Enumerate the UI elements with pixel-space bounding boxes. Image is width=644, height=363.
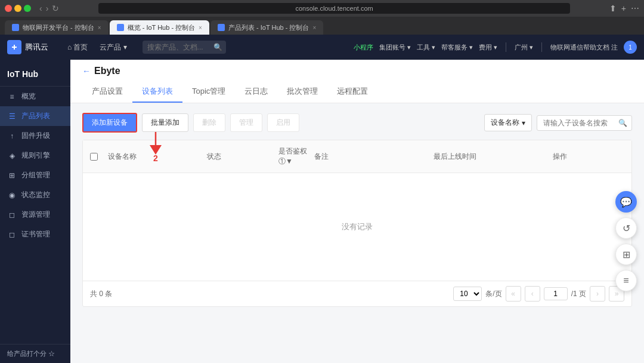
help-feature[interactable]: 帮客服务 ▾ bbox=[441, 43, 473, 52]
sidebar-item-firmware[interactable]: ↑ 固件升级 bbox=[0, 126, 70, 146]
content-area: 添加新设备 批量添加 删除 管理 启用 设备名称 ▾ 🔍 bbox=[70, 103, 644, 363]
sidebar-label-firmware: 固件升级 bbox=[21, 131, 50, 141]
new-tab-icon[interactable]: + bbox=[621, 4, 626, 13]
certs-icon: ◻ bbox=[7, 230, 17, 239]
menu-icon[interactable]: ⋯ bbox=[631, 4, 639, 13]
search-input[interactable] bbox=[537, 115, 632, 131]
tab-label-2: 产品列表 - IoT Hub - 控制台 bbox=[228, 23, 309, 32]
sidebar-item-certs[interactable]: ◻ 证书管理 bbox=[0, 224, 70, 244]
logo-icon bbox=[7, 40, 21, 54]
nav-cloud-products[interactable]: 云产品 ▾ bbox=[95, 40, 131, 55]
divider2 bbox=[541, 42, 542, 52]
maximize-button[interactable] bbox=[24, 5, 31, 12]
prev-page-button[interactable]: ‹ bbox=[525, 286, 540, 302]
tool-feature[interactable]: 工具 ▾ bbox=[417, 43, 435, 52]
batch-add-button[interactable]: 批量添加 bbox=[142, 113, 188, 132]
tab-close-0[interactable]: × bbox=[98, 24, 101, 31]
sidebar-item-overview[interactable]: ≡ 概览 bbox=[0, 87, 70, 106]
next-page-button[interactable]: › bbox=[590, 286, 605, 302]
checkbox-col[interactable] bbox=[90, 153, 108, 161]
refresh-button[interactable]: ↻ bbox=[52, 4, 59, 13]
nav-arrows: ‹ › ↻ bbox=[39, 4, 59, 13]
col-device-name: 设备名称 bbox=[108, 152, 207, 162]
tab-label-1: 概览 - IoT Hub - 控制台 bbox=[128, 23, 195, 32]
pagination: 10 条/页 « ‹ /1 页 › » bbox=[453, 286, 624, 302]
sidebar-item-products[interactable]: ☰ 产品列表 bbox=[0, 106, 70, 126]
sidebar-item-monitor[interactable]: ◉ 状态监控 bbox=[0, 185, 70, 205]
groups-icon: ⊞ bbox=[7, 171, 17, 180]
breadcrumb: ← Ebyte bbox=[82, 66, 632, 76]
toolbar: 添加新设备 批量添加 删除 管理 启用 设备名称 ▾ 🔍 bbox=[82, 113, 632, 133]
tab-favicon-1 bbox=[117, 24, 124, 31]
page-tabs: 产品设置 设备列表 Topic管理 云日志 批次管理 远程配置 bbox=[82, 81, 632, 103]
jisuanshiyun[interactable]: 集团账号 ▾ bbox=[379, 43, 411, 52]
browser-actions: ⬆ + ⋯ bbox=[609, 4, 639, 13]
chevron-down-icon: ▾ bbox=[522, 119, 525, 127]
tab-cloudlog[interactable]: 云日志 bbox=[235, 81, 277, 103]
sidebar-label-groups: 分组管理 bbox=[21, 170, 50, 180]
firmware-icon: ↑ bbox=[7, 132, 17, 140]
docs-link[interactable]: 物联网通信帮助文档 注 bbox=[550, 43, 618, 52]
menu-float-button[interactable]: ≡ bbox=[615, 270, 637, 291]
back-arrow[interactable]: ‹ bbox=[39, 4, 42, 13]
sidebar-label-products: 产品列表 bbox=[21, 111, 50, 121]
refresh-float-button[interactable]: ↺ bbox=[615, 217, 637, 239]
share-icon[interactable]: ⬆ bbox=[609, 4, 617, 13]
sidebar-item-rules[interactable]: ◈ 规则引擎 bbox=[0, 146, 70, 165]
minimize-button[interactable] bbox=[14, 5, 21, 12]
table-header-row: 设备名称 状态 是否鉴权 ①▼ 备注 最后上线时间 操作 bbox=[83, 140, 631, 173]
tab-batch[interactable]: 批次管理 bbox=[277, 81, 327, 103]
address-text: console.cloud.tencent.com bbox=[295, 5, 373, 12]
xiaochengxu[interactable]: 小程序 bbox=[354, 43, 373, 52]
tab-favicon-0 bbox=[12, 24, 19, 31]
tab-close-1[interactable]: × bbox=[199, 24, 202, 31]
cost-feature[interactable]: 费用 ▾ bbox=[479, 43, 497, 52]
avatar[interactable]: 1 bbox=[624, 41, 637, 54]
tab-bar: 物联网开发平台 - 控制台 × 概览 - IoT Hub - 控制台 × 产品列… bbox=[0, 17, 644, 35]
divider bbox=[506, 42, 506, 52]
top-right-bar: 小程序 集团账号 ▾ 工具 ▾ 帮客服务 ▾ 费用 ▾ 广州 ▾ 物联网通信帮助… bbox=[354, 41, 637, 54]
right-float-buttons: 💬 ↺ ⊞ ≡ bbox=[615, 191, 637, 291]
tab-close-2[interactable]: × bbox=[312, 24, 316, 31]
tab-label-0: 物联网开发平台 - 控制台 bbox=[23, 23, 94, 32]
chat-icon: 💬 bbox=[620, 196, 632, 208]
search-icon: 🔍 bbox=[213, 43, 222, 51]
sidebar-item-resources[interactable]: ◻ 资源管理 bbox=[0, 205, 70, 224]
sidebar-bottom-feedback[interactable]: 给产品打个分 ☆ bbox=[0, 344, 70, 363]
select-all-checkbox[interactable] bbox=[90, 153, 98, 161]
close-button[interactable] bbox=[5, 5, 12, 12]
tab-0[interactable]: 物联网开发平台 - 控制台 × bbox=[5, 20, 109, 35]
tab-2[interactable]: 产品列表 - IoT Hub - 控制台 × bbox=[210, 20, 323, 35]
top-nav: ⌂ 首页 云产品 ▾ bbox=[63, 40, 132, 55]
forward-arrow[interactable]: › bbox=[46, 4, 49, 13]
back-button[interactable]: ← bbox=[82, 66, 91, 76]
first-page-button[interactable]: « bbox=[506, 286, 521, 302]
main-content: ← Ebyte 产品设置 设备列表 Topic管理 云日志 批次管理 远程配置 … bbox=[70, 60, 644, 363]
page-number-input[interactable] bbox=[544, 287, 568, 300]
sidebar-label-overview: 概览 bbox=[21, 91, 36, 101]
search-area: 设备名称 ▾ 🔍 bbox=[484, 114, 632, 131]
col-auth: 是否鉴权 ①▼ bbox=[278, 146, 314, 167]
page-size-select[interactable]: 10 bbox=[453, 287, 482, 301]
tab-product-settings[interactable]: 产品设置 bbox=[82, 81, 132, 103]
region-selector[interactable]: 广州 ▾ bbox=[515, 43, 533, 52]
address-bar[interactable]: console.cloud.tencent.com bbox=[98, 3, 569, 14]
total-pages-label: /1 页 bbox=[571, 289, 586, 299]
sidebar-item-groups[interactable]: ⊞ 分组管理 bbox=[0, 165, 70, 185]
col-status: 状态 bbox=[207, 152, 278, 162]
grid-float-button[interactable]: ⊞ bbox=[615, 244, 637, 265]
search-submit-icon[interactable]: 🔍 bbox=[618, 119, 627, 127]
tab-remote-config[interactable]: 远程配置 bbox=[327, 81, 377, 103]
tab-1[interactable]: 概览 - IoT Hub - 控制台 × bbox=[110, 20, 209, 35]
toolbar-wrapper: 添加新设备 批量添加 删除 管理 启用 设备名称 ▾ 🔍 bbox=[82, 113, 632, 133]
nav-home[interactable]: ⌂ 首页 bbox=[63, 40, 92, 55]
tab-device-list[interactable]: 设备列表 bbox=[132, 81, 182, 103]
sidebar-title: IoT Hub bbox=[0, 64, 70, 87]
add-device-button[interactable]: 添加新设备 bbox=[82, 113, 137, 133]
tab-topic[interactable]: Topic管理 bbox=[182, 81, 235, 103]
manage-button: 管理 bbox=[230, 113, 262, 132]
sidebar: IoT Hub ≡ 概览 ☰ 产品列表 ↑ 固件升级 ◈ 规则引擎 ⊞ 分组管理… bbox=[0, 60, 70, 363]
table-footer: 共 0 条 10 条/页 « ‹ /1 页 › » bbox=[83, 281, 631, 306]
chat-float-button[interactable]: 💬 bbox=[615, 191, 637, 213]
search-by-select[interactable]: 设备名称 ▾ bbox=[484, 114, 532, 131]
